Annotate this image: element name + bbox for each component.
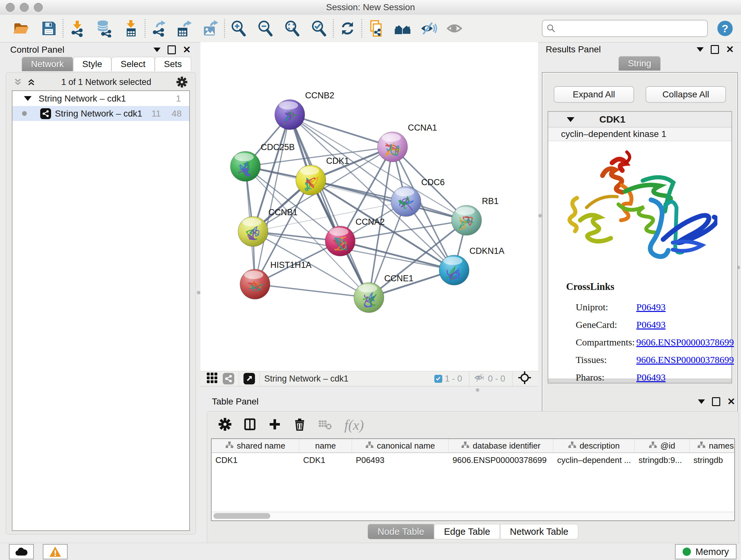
selected-checkbox-icon[interactable] — [434, 375, 442, 383]
search-box[interactable] — [542, 20, 708, 37]
table-cell[interactable]: CDK1 — [299, 453, 352, 467]
export-table-icon[interactable] — [175, 19, 193, 38]
help-icon[interactable]: ? — [718, 21, 733, 36]
collapse-triangle-icon[interactable] — [567, 117, 575, 122]
crosslink-link[interactable]: P06493 — [636, 302, 666, 313]
crosslink-link[interactable]: P06493 — [636, 319, 666, 330]
share-view-icon[interactable] — [223, 373, 234, 384]
export-network-icon[interactable] — [150, 19, 169, 38]
close-panel-icon[interactable]: ✕ — [183, 47, 191, 53]
table-cell[interactable]: P06493 — [352, 453, 449, 467]
column-header-database-identifier[interactable]: database identifier — [449, 439, 553, 452]
crosslink-link[interactable]: P06493 — [636, 372, 666, 383]
crosslink-link[interactable]: 9606.ENSP00000378699 — [636, 337, 734, 348]
network-view[interactable]: CCNB2CCNA1CDC25BCDK1CDC6RB1CCNB1CCNA2CDK… — [200, 42, 538, 371]
import-database-icon[interactable] — [95, 19, 113, 38]
panel-menu-icon[interactable] — [153, 48, 160, 52]
table-hscrollbar[interactable] — [211, 512, 735, 521]
memory-button[interactable]: Memory — [675, 544, 737, 559]
network-edge[interactable] — [255, 115, 290, 284]
tab-network[interactable]: Network — [22, 57, 73, 71]
table-settings-icon[interactable] — [219, 418, 231, 432]
expand-all-button[interactable]: Expand All — [554, 86, 634, 103]
bottom-splitter-handle[interactable] — [476, 388, 479, 392]
crosshair-icon[interactable] — [518, 371, 532, 387]
shared-column-icon — [649, 441, 657, 451]
network-node-cdk1[interactable]: CDK1 — [296, 156, 349, 195]
zoom-in-icon[interactable] — [229, 19, 248, 38]
scrollbar-thumb[interactable] — [213, 513, 270, 519]
zoom-selected-icon[interactable] — [310, 19, 328, 38]
warning-button[interactable] — [43, 544, 68, 559]
column-header-namespace[interactable]: namespace — [690, 439, 735, 452]
network-node-rb1[interactable]: RB1 — [452, 196, 499, 235]
node-table[interactable]: shared namenamecanonical namedatabase id… — [211, 438, 735, 512]
panel-menu-icon[interactable] — [698, 399, 705, 404]
close-panel-icon[interactable]: ✕ — [727, 398, 735, 405]
float-panel-icon[interactable] — [712, 397, 720, 406]
column-header-shared-name[interactable]: shared name — [212, 439, 299, 452]
refresh-icon[interactable] — [338, 19, 357, 38]
home-icon[interactable] — [394, 19, 412, 38]
network-edge[interactable] — [255, 284, 369, 298]
tab-node-table[interactable]: Node Table — [367, 524, 434, 539]
network-node-ccna1[interactable]: CCNA1 — [378, 123, 437, 162]
grid-view-icon[interactable] — [206, 372, 218, 386]
show-columns-icon[interactable] — [244, 418, 256, 432]
tab-style[interactable]: Style — [73, 57, 111, 71]
zoom-out-icon[interactable] — [256, 19, 275, 38]
table-row[interactable]: CDK1CDK1P064939606.ENSP00000378699cyclin… — [212, 453, 734, 467]
duplicate-network-icon[interactable] — [367, 19, 385, 38]
search-input[interactable] — [559, 23, 703, 34]
save-session-icon[interactable] — [40, 19, 58, 38]
collapse-all-icon[interactable] — [13, 77, 23, 87]
hidden-eye-icon[interactable] — [474, 373, 485, 385]
network-options-gear-icon[interactable] — [177, 77, 187, 87]
zoom-fit-icon[interactable] — [283, 19, 301, 38]
network-view-toolbar: String Network – cdk1 1 - 0 0 - 0 — [200, 371, 538, 386]
add-column-icon[interactable] — [268, 418, 281, 432]
network-edge[interactable] — [290, 115, 369, 298]
network-canvas-svg[interactable]: CCNB2CCNA1CDC25BCDK1CDC6RB1CCNB1CCNA2CDK… — [200, 42, 538, 371]
crosslink-link[interactable]: 9606.ENSP00000378699 — [636, 354, 734, 365]
export-image-icon[interactable] — [201, 19, 219, 38]
table-cell[interactable]: 9606.ENSP00000378699 — [449, 453, 553, 467]
column-header-canonical-name[interactable]: canonical name — [352, 439, 449, 452]
float-panel-icon[interactable] — [711, 45, 719, 54]
network-node-cdkn1a[interactable]: CDKN1A — [439, 246, 504, 285]
table-cell[interactable]: stringdb:9... — [635, 453, 690, 467]
table-cell[interactable]: stringdb — [690, 453, 735, 467]
hide-selected-icon[interactable] — [419, 19, 437, 38]
tab-network-table[interactable]: Network Table — [500, 524, 578, 539]
tab-string[interactable]: String — [618, 56, 660, 71]
network-edge[interactable] — [290, 115, 393, 147]
birdseye-view-icon[interactable] — [244, 373, 255, 384]
crosslink-label: Tissues: — [576, 354, 636, 365]
tab-select[interactable]: Select — [111, 57, 155, 71]
import-network-icon[interactable] — [68, 19, 86, 38]
table-cell[interactable]: cyclin–dependent ... — [553, 453, 635, 467]
tab-sets[interactable]: Sets — [155, 57, 191, 71]
close-panel-icon[interactable]: ✕ — [726, 46, 734, 53]
network-node-ccnb1[interactable]: CCNB1 — [238, 207, 298, 246]
column-header-description[interactable]: description — [553, 439, 635, 452]
import-table-icon[interactable] — [122, 19, 140, 38]
tab-edge-table[interactable]: Edge Table — [434, 524, 500, 539]
column-header--id[interactable]: @id — [635, 439, 690, 452]
gene-header[interactable]: CDK1 — [548, 112, 731, 127]
table-cell[interactable]: CDK1 — [212, 453, 299, 467]
cloud-button[interactable] — [9, 544, 34, 559]
float-panel-icon[interactable] — [167, 45, 176, 54]
network-collection-row[interactable]: String Network – cdk1 1 — [12, 91, 189, 106]
collapse-all-button[interactable]: Collapse All — [646, 86, 726, 103]
column-header-name[interactable]: name — [299, 439, 352, 452]
open-session-icon[interactable] — [11, 19, 30, 38]
crosslink-label: Uniprot: — [576, 302, 636, 313]
delete-column-icon[interactable] — [293, 418, 306, 432]
collapse-triangle-icon[interactable] — [24, 96, 31, 101]
left-splitter-handle[interactable] — [197, 291, 200, 294]
expand-all-icon[interactable] — [26, 77, 36, 87]
panel-menu-icon[interactable] — [697, 47, 704, 52]
network-row[interactable]: String Network – cdk1 11 48 — [12, 106, 189, 121]
network-node-hist1h1a[interactable]: HIST1H1A — [240, 260, 312, 299]
